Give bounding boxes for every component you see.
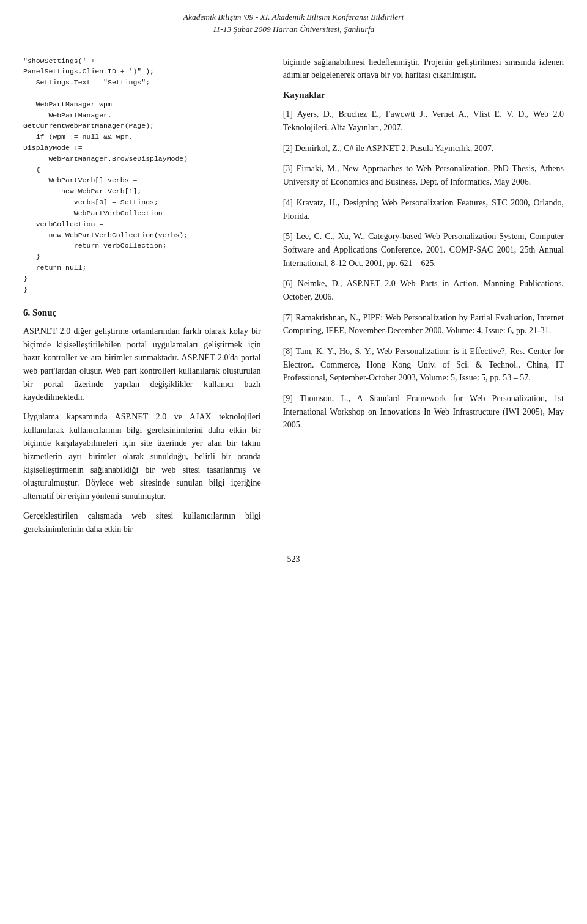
- right-intro-paragraph: biçimde sağlanabilmesi hedeflenmiştir. P…: [283, 56, 564, 82]
- left-paragraph: Uygulama kapsamında ASP.NET 2.0 ve AJAX …: [23, 410, 261, 503]
- reference-item: [9] Thomson, L., A Standard Framework fo…: [283, 392, 564, 432]
- reference-item: [5] Lee, C. C., Xu, W., Category-based W…: [283, 230, 564, 270]
- page-header: Akademik Bilişim '09 - XI. Akademik Bili…: [0, 0, 587, 42]
- references-list: [1] Ayers, D., Bruchez E., Fawcwtt J., V…: [283, 108, 564, 432]
- page: Akademik Bilişim '09 - XI. Akademik Bili…: [0, 0, 587, 924]
- reference-item: [6] Neimke, D., ASP.NET 2.0 Web Parts in…: [283, 277, 564, 303]
- reference-item: [8] Tam, K. Y., Ho, S. Y., Web Personali…: [283, 345, 564, 385]
- left-paragraph: Gerçekleştirilen çalışmada web sitesi ku…: [23, 509, 261, 536]
- right-column: biçimde sağlanabilmesi hedeflenmiştir. P…: [272, 56, 564, 542]
- reference-item: [3] Eirnaki, M., New Approaches to Web P…: [283, 162, 564, 188]
- section-heading: 6. Sonuç: [23, 306, 261, 320]
- left-paragraphs: ASP.NET 2.0 diğer geliştirme ortamlarınd…: [23, 325, 261, 536]
- reference-item: [2] Demirkol, Z., C# ile ASP.NET 2, Pusu…: [283, 142, 564, 155]
- kaynaklar-heading: Kaynaklar: [283, 88, 564, 102]
- code-block: "showSettings(' + PanelSettings.ClientID…: [23, 56, 261, 295]
- left-paragraph: ASP.NET 2.0 diğer geliştirme ortamlarınd…: [23, 325, 261, 404]
- conf-subtitle: 11-13 Şubat 2009 Harran Üniversitesi, Şa…: [24, 23, 563, 35]
- left-column: "showSettings(' + PanelSettings.ClientID…: [23, 56, 272, 542]
- reference-item: [1] Ayers, D., Bruchez E., Fawcwtt J., V…: [283, 108, 564, 134]
- conf-title: Akademik Bilişim '09 - XI. Akademik Bili…: [24, 11, 563, 23]
- right-intro: biçimde sağlanabilmesi hedeflenmiştir. P…: [283, 56, 564, 82]
- reference-item: [7] Ramakrishnan, N., PIPE: Web Personal…: [283, 311, 564, 338]
- content-columns: "showSettings(' + PanelSettings.ClientID…: [0, 42, 587, 542]
- reference-item: [4] Kravatz, H., Designing Web Personali…: [283, 196, 564, 223]
- page-number: 523: [0, 542, 587, 572]
